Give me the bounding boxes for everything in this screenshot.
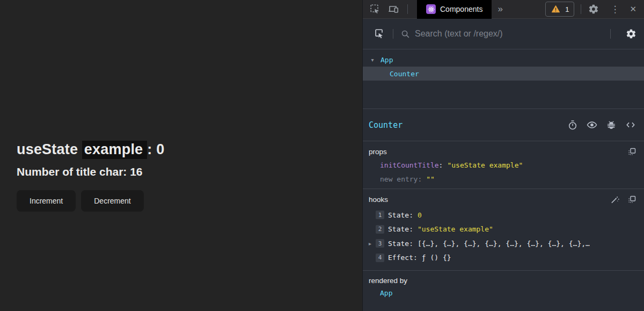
react-app-viewport: useState example: 0 Number of title char… bbox=[0, 0, 362, 311]
hook-index-badge: 1 bbox=[376, 211, 384, 219]
hook-row-state-1: 1 State: 0 bbox=[369, 208, 636, 222]
search-icon bbox=[401, 30, 410, 39]
char-count-subtitle: Number of title char: 16 bbox=[17, 165, 164, 179]
counter-buttons: Increment Decrement bbox=[17, 190, 164, 212]
title-count-suffix: : 0 bbox=[147, 141, 164, 157]
copy-icon[interactable] bbox=[627, 147, 636, 156]
parse-hooks-wand-icon[interactable] bbox=[610, 195, 619, 204]
prop-row-initCountTitle: initCountTitle:"useState example" bbox=[369, 160, 636, 170]
hook-label: State bbox=[388, 225, 409, 233]
colon: : bbox=[409, 211, 413, 219]
search-separator bbox=[393, 29, 393, 39]
hook-value[interactable]: "useState example" bbox=[418, 225, 493, 233]
component-tree: ▾ App Counter bbox=[363, 49, 644, 109]
hooks-section-title: hooks bbox=[369, 196, 388, 204]
colon: : bbox=[413, 254, 418, 262]
rendered-by-title: rendered by bbox=[369, 277, 636, 285]
close-icon[interactable]: ✕ bbox=[630, 4, 636, 14]
inspector-header: Counter bbox=[363, 109, 644, 141]
hooks-header-row: hooks bbox=[369, 195, 636, 204]
hook-label: Effect bbox=[388, 254, 413, 262]
title-prefix: useState bbox=[17, 141, 82, 157]
hook-label: State bbox=[388, 211, 409, 219]
more-tabs-icon[interactable]: » bbox=[497, 4, 502, 15]
colon: : bbox=[418, 175, 422, 183]
hook-value[interactable]: ƒ () {} bbox=[422, 254, 451, 262]
hooks-section: hooks bbox=[363, 189, 644, 271]
copy-icon[interactable] bbox=[627, 195, 636, 204]
colon: : bbox=[409, 225, 413, 233]
search-settings-gear-icon[interactable] bbox=[626, 28, 636, 39]
screenshot-root: useState example: 0 Number of title char… bbox=[0, 0, 644, 311]
caret-right-icon[interactable]: ▸ bbox=[369, 241, 376, 247]
warnings-badge[interactable]: 1 bbox=[545, 2, 574, 17]
counter-app: useState example: 0 Number of title char… bbox=[17, 140, 164, 212]
warning-count: 1 bbox=[565, 5, 569, 13]
hook-label: State bbox=[388, 240, 409, 248]
device-toolbar-icon[interactable] bbox=[387, 3, 399, 15]
devtools-panel: Components » 1 ⋮ bbox=[362, 0, 644, 311]
eye-inspect-dom-icon[interactable] bbox=[587, 120, 597, 131]
colon: : bbox=[439, 161, 443, 169]
bug-log-icon[interactable] bbox=[606, 120, 617, 131]
tree-item-counter[interactable]: Counter bbox=[363, 67, 644, 81]
settings-gear-icon[interactable] bbox=[588, 3, 599, 15]
hook-index-badge: 3 bbox=[376, 239, 384, 248]
prop-key: initCountTitle bbox=[380, 161, 439, 169]
toolbar-separator bbox=[407, 4, 408, 14]
hook-row-effect-4: 4 Effect: ƒ () {} bbox=[369, 251, 636, 265]
new-entry-key[interactable]: new entry bbox=[380, 175, 418, 183]
suspense-stopwatch-icon[interactable] bbox=[567, 120, 578, 131]
new-entry-value[interactable]: "" bbox=[426, 175, 435, 183]
hook-value[interactable]: [{…}, {…}, {…}, {…}, {…}, {…}, {…}, {…},… bbox=[418, 240, 590, 248]
props-section-title: props bbox=[369, 148, 387, 156]
prop-row-new-entry: new entry:"" bbox=[369, 174, 636, 184]
selected-component-name: Counter bbox=[369, 120, 567, 130]
react-logo-icon bbox=[426, 4, 436, 14]
tab-components-label: Components bbox=[440, 5, 482, 13]
search-separator bbox=[610, 29, 611, 39]
devtools-toolbar: Components » 1 ⋮ bbox=[363, 0, 644, 19]
toolbar-separator bbox=[581, 4, 581, 14]
hook-index-badge: 4 bbox=[376, 254, 384, 262]
tab-components[interactable]: Components bbox=[417, 0, 492, 19]
inspect-element-icon[interactable] bbox=[369, 3, 381, 15]
hook-row-state-2: 2 State: "useState example" bbox=[369, 222, 636, 237]
tree-item-label: App bbox=[380, 56, 393, 64]
tree-item-app[interactable]: ▾ App bbox=[363, 53, 644, 67]
props-header-row: props bbox=[369, 147, 636, 156]
increment-button[interactable]: Increment bbox=[17, 190, 76, 212]
decrement-button[interactable]: Decrement bbox=[81, 190, 143, 212]
warning-triangle-icon bbox=[550, 3, 561, 15]
hook-row-state-3: ▸ 3 State: [{…}, {…}, {…}, {…}, {…}, {…}… bbox=[369, 236, 636, 251]
search-input[interactable] bbox=[415, 29, 603, 39]
owner-link-app[interactable]: App bbox=[380, 289, 392, 297]
prop-value[interactable]: "useState example" bbox=[447, 161, 523, 169]
inspector-actions bbox=[567, 120, 636, 131]
hook-value[interactable]: 0 bbox=[418, 211, 422, 219]
kebab-menu-icon[interactable]: ⋮ bbox=[610, 4, 619, 15]
inspect-component-icon[interactable] bbox=[374, 28, 385, 40]
rendered-by-section: rendered by App bbox=[363, 271, 644, 311]
hook-index-badge: 2 bbox=[376, 225, 384, 234]
view-source-code-icon[interactable] bbox=[625, 120, 636, 131]
tree-item-label: Counter bbox=[390, 70, 419, 78]
caret-down-icon[interactable]: ▾ bbox=[368, 57, 377, 63]
title-highlighted-word: example bbox=[82, 141, 147, 159]
props-section: props initCountTitle:"useState example" … bbox=[363, 141, 644, 189]
app-title: useState example: 0 bbox=[17, 140, 164, 158]
components-search-bar bbox=[363, 19, 644, 49]
colon: : bbox=[409, 240, 413, 248]
